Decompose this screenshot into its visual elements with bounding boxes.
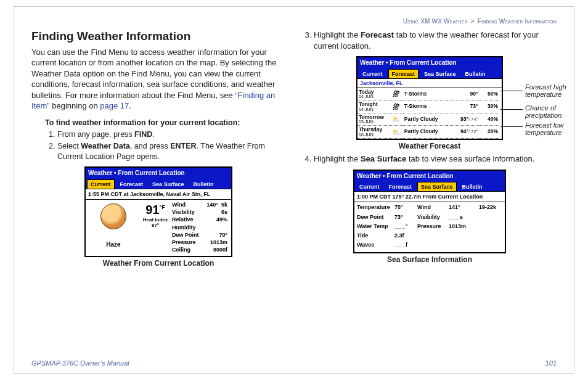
caption-sea-surface: Sea Surface Information [303,255,557,264]
partly-cloudy-icon: ⛅ [390,126,403,139]
link-page-17[interactable]: page 17 [100,101,129,110]
gps-tabs-sea: Current Forecast Sea Surface Bulletin [354,181,505,191]
step-1: From any page, press FIND. [57,129,285,140]
gps-title-sea: Weather • From Current Location [354,171,505,182]
tab-current[interactable]: Current [356,182,383,191]
caption-forecast: Weather Forecast [303,141,557,151]
tab-sea-surface[interactable]: Sea Surface [420,69,460,78]
forecast-table: Today14-JUN ⛈ T-Storms 90° 50% Tonight14… [357,88,499,139]
procedure-heading: To find weather information for your cur… [45,118,285,128]
callout-high-temp: Forecast high temperature [525,83,588,98]
temp-value: 91 [145,203,159,216]
breadcrumb: Using XM WX Weather > Finding Weather In… [31,18,557,25]
heat-index-value: 97° [141,223,169,229]
partly-cloudy-icon: ⛅ [390,113,403,126]
gps-title-forecast: Weather • From Current Location [357,57,502,68]
tab-forecast[interactable]: Forecast [116,179,147,189]
table-row: Today14-JUN ⛈ T-Storms 90° 50% [357,88,499,100]
sea-status: 1:00 PM CDT 175° 22.7m From Current Loca… [354,192,505,202]
screenshot-forecast: Weather • From Current Location Current … [356,56,503,140]
page-title: Finding Weather Information [31,28,285,44]
storm-icon: ⛈ [390,88,403,100]
intro-paragraph: You can use the Find Menu to access weat… [31,47,285,112]
forecast-location: Jacksonville, FL [357,79,502,88]
tab-current[interactable]: Current [87,179,115,189]
callout-low-temp: Forecast low temperature [525,121,588,136]
footer-page-number: 101 [545,359,557,367]
condition-label: Haze [87,240,140,249]
table-row: Tomorrow15-JUN ⛅ Partly Cloudy 93°/ 74° … [357,113,499,126]
breadcrumb-section: Using XM WX Weather [403,18,468,25]
step-2: Select Weather Data, and press ENTER. Th… [57,141,285,162]
table-row: Tonight14-JUN ⛈ T-Storms 73° 30% [357,100,499,113]
screenshot-sea-surface: Weather • From Current Location Current … [353,170,506,253]
tab-sea-surface[interactable]: Sea Surface [417,182,457,191]
tab-forecast[interactable]: Forecast [388,69,419,78]
temp-unit: °F [160,204,165,210]
gps-tabs-forecast: Current Forecast Sea Surface Bulletin [357,68,502,78]
gps-title: Weather • From Current Location [86,168,231,179]
footer-manual-name: GPSMAP 376C Owner’s Manual [31,359,129,367]
callout-chance-precip: Chance of precipitation [525,104,588,119]
caption-current: Weather From Current Location [31,258,285,268]
breadcrumb-sep: > [471,18,475,25]
tab-bulletin[interactable]: Bulletin [459,182,486,191]
gps-status: 1:55 PM CDT at Jacksonville, Naval Air S… [86,189,231,200]
gps-tabs: Current Forecast Sea Surface Bulletin [86,179,231,189]
screenshot-current: Weather • From Current Location Current … [84,166,232,257]
storm-icon: ⛈ [390,100,403,113]
step-4: Highlight the Sea Surface tab to view se… [314,154,557,165]
tab-bulletin[interactable]: Bulletin [462,69,489,78]
step-3: Highlight the Forecast tab to view the w… [314,30,557,51]
table-row: Thursday16-JUN ⛅ Partly Cloudy 94°/ 72° … [357,126,499,139]
sea-surface-grid: Temperature75° Wind141°19-22k Dew Point7… [357,203,502,248]
tab-forecast[interactable]: Forecast [385,182,416,191]
tab-current[interactable]: Current [359,69,386,78]
breadcrumb-sub: Finding Weather Information [478,18,557,25]
tab-sea-surface[interactable]: Sea Surface [149,179,188,189]
tab-bulletin[interactable]: Bulletin [190,179,218,189]
haze-icon [100,203,126,229]
